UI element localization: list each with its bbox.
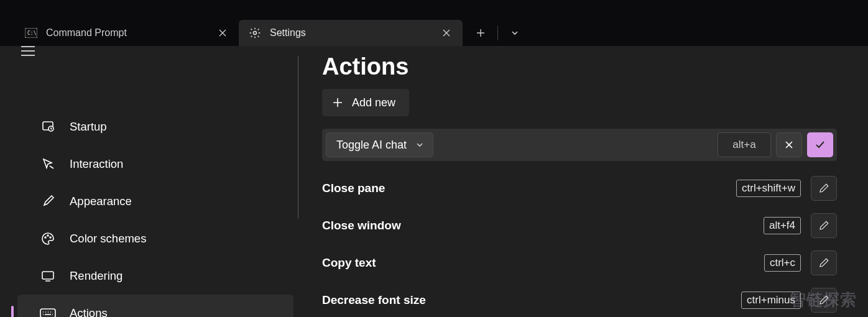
action-label: Copy text	[322, 256, 757, 270]
key-binding: ctrl+c	[764, 254, 801, 272]
sidebar-item-label: Actions	[70, 306, 108, 317]
key-input[interactable]	[718, 132, 771, 157]
tab-settings[interactable]: Settings	[239, 20, 463, 46]
cancel-button[interactable]	[776, 132, 802, 157]
pencil-icon	[818, 257, 829, 269]
edit-button[interactable]	[811, 250, 837, 275]
keyboard-icon	[40, 305, 56, 317]
tab-title: Settings	[270, 27, 306, 39]
tab-dropdown-button[interactable]	[502, 21, 528, 45]
sidebar: Startup Interaction Appearance Color sch…	[0, 46, 298, 317]
new-tab-button[interactable]	[468, 21, 494, 45]
svg-text:C:\: C:\	[27, 30, 37, 36]
palette-icon	[40, 231, 56, 247]
edit-button[interactable]	[811, 213, 837, 238]
sidebar-item-label: Color schemes	[70, 232, 146, 246]
gear-icon	[249, 27, 261, 39]
sidebar-item-rendering[interactable]: Rendering	[17, 257, 293, 295]
tab-title: Command Prompt	[46, 27, 127, 39]
svg-point-5	[45, 237, 46, 238]
action-label: Close window	[322, 219, 756, 232]
tab-command-prompt[interactable]: C:\ Command Prompt	[15, 20, 239, 46]
check-icon	[815, 139, 826, 150]
action-label: Close pane	[322, 181, 729, 195]
add-new-label: Add new	[352, 96, 395, 109]
action-row: Close pane ctrl+shift+w	[322, 170, 837, 207]
action-row: Close window alt+f4	[322, 207, 837, 244]
close-icon[interactable]	[438, 24, 455, 42]
brush-icon	[40, 193, 56, 209]
svg-point-7	[50, 237, 51, 238]
display-icon	[40, 268, 56, 284]
action-editor-row: Toggle AI chat	[322, 129, 837, 161]
accept-button[interactable]	[807, 132, 833, 157]
edit-button[interactable]	[811, 176, 837, 201]
sidebar-item-actions[interactable]: Actions	[17, 295, 293, 317]
sidebar-item-label: Interaction	[70, 157, 123, 171]
action-select[interactable]: Toggle AI chat	[326, 132, 433, 157]
sidebar-item-label: Startup	[70, 120, 107, 134]
svg-point-6	[47, 235, 48, 236]
sidebar-item-interaction[interactable]: Interaction	[17, 145, 293, 183]
key-binding: alt+f4	[764, 217, 801, 234]
svg-rect-9	[40, 309, 55, 317]
add-new-button[interactable]: Add new	[322, 89, 409, 116]
close-icon[interactable]	[214, 24, 231, 42]
main-content: Actions Add new Toggle AI chat Close pan…	[298, 46, 868, 317]
close-icon	[784, 140, 794, 150]
sidebar-item-label: Rendering	[70, 269, 122, 283]
svg-rect-8	[42, 272, 53, 279]
pencil-icon	[818, 220, 829, 231]
plus-icon	[332, 97, 343, 108]
page-title: Actions	[322, 53, 837, 80]
key-binding: ctrl+shift+w	[736, 180, 801, 197]
tab-strip: C:\ Command Prompt Settings	[0, 20, 868, 46]
pencil-icon	[818, 183, 829, 194]
action-row: Decrease font size ctrl+minus	[322, 282, 837, 317]
watermark: 智链探索	[790, 289, 857, 311]
action-select-label: Toggle AI chat	[336, 139, 407, 152]
svg-point-2	[254, 32, 257, 35]
rocket-icon	[40, 119, 56, 135]
cmd-icon: C:\	[25, 27, 37, 39]
sidebar-item-appearance[interactable]: Appearance	[17, 183, 293, 220]
cursor-icon	[40, 156, 56, 172]
divider	[497, 25, 498, 40]
action-label: Decrease font size	[322, 293, 734, 307]
hamburger-button[interactable]	[0, 46, 42, 56]
chevron-down-icon	[415, 140, 424, 149]
sidebar-item-startup[interactable]: Startup	[17, 108, 293, 145]
action-row: Copy text ctrl+c	[322, 244, 837, 282]
sidebar-item-color-schemes[interactable]: Color schemes	[17, 220, 293, 257]
sidebar-item-label: Appearance	[70, 195, 132, 208]
titlebar	[0, 0, 868, 20]
